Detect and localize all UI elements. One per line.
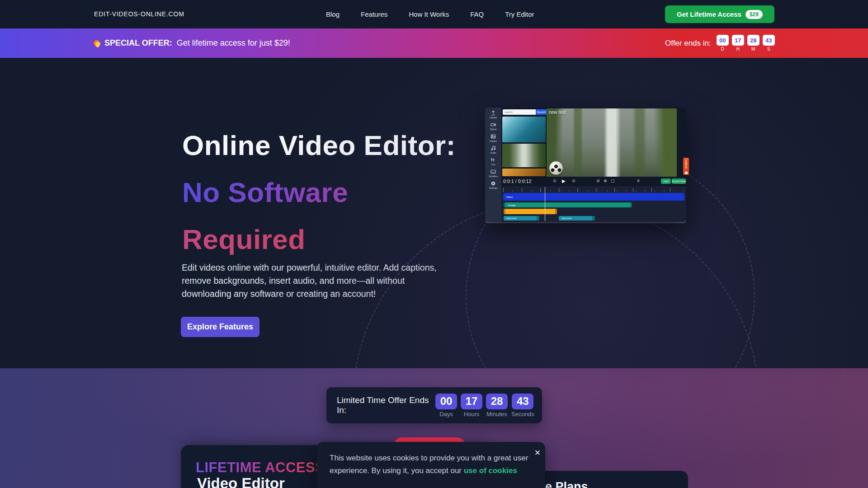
card-seconds-value: 43 — [512, 394, 533, 409]
hero-description: Edit videos online with our powerful, in… — [182, 261, 448, 300]
card-seconds-unit: Seconds — [511, 411, 534, 418]
card-countdown-days: 00 Days — [435, 394, 457, 418]
editor-sidebar: Upload Videos Images Audio Tt Text Subti… — [485, 108, 501, 222]
explore-features-button[interactable]: Explore Features — [181, 317, 259, 337]
audio-track[interactable] — [504, 209, 557, 214]
zoom-in-icon[interactable]: ⊕ — [604, 178, 607, 183]
nav-link-features[interactable]: Features — [361, 10, 387, 18]
countdown-card-label: Limited Time Offer Ends In: — [337, 395, 435, 415]
preview-ball-sticker[interactable] — [549, 161, 563, 175]
nav-link-try-editor[interactable]: Try Editor — [505, 10, 534, 18]
decor-circle-large — [353, 199, 760, 368]
play-icon[interactable]: ▶ — [562, 178, 566, 183]
hero-section: Online Video Editor: No Software Require… — [0, 58, 868, 368]
media-search-input[interactable] — [503, 109, 536, 115]
preview-canvas[interactable]: new text — [547, 108, 677, 177]
format-select-button[interactable]: mp4 — [661, 178, 671, 184]
video-track[interactable]: Video — [503, 193, 684, 201]
title-line-1: Online Video Editor: — [182, 122, 456, 169]
media-thumbnail-1[interactable] — [502, 117, 546, 142]
svg-text:Tt: Tt — [491, 158, 495, 162]
export-now-button[interactable]: Export Now — [672, 178, 686, 184]
countdown-card-cells: 00 Days 17 Hours 28 Minutes 43 Seconds — [435, 394, 534, 418]
countdown-days-unit: D — [721, 47, 724, 52]
zoom-out-icon[interactable]: ⊖ — [596, 178, 600, 183]
playhead[interactable] — [545, 187, 545, 221]
editor-tab-audio[interactable]: Audio — [491, 145, 496, 154]
fire-icon — [92, 38, 102, 48]
title-line-2: No Software — [182, 169, 456, 216]
use-of-cookies-link[interactable]: use of cookies — [464, 466, 517, 475]
text-clip-2[interactable]: new text — [559, 216, 595, 221]
offer-label: SPECIAL OFFER: — [104, 38, 172, 48]
site-logo[interactable]: EDIT-VIDEOS-ONLINE.COM — [94, 10, 184, 18]
nav-link-how-it-works[interactable]: How It Works — [409, 10, 449, 18]
countdown-seconds: 43 S — [763, 35, 775, 52]
cookie-consent-banner: This website uses cookies to provide you… — [317, 442, 545, 488]
feedback-tab[interactable]: Feedback — [683, 158, 689, 175]
timeline-ruler[interactable] — [503, 187, 684, 192]
countdown-hours-value: 17 — [732, 35, 744, 46]
media-search-button[interactable]: Search — [536, 109, 547, 115]
card-countdown-hours: 17 Hours — [461, 394, 482, 418]
text-icon: Tt — [491, 157, 496, 163]
editor-tab-upload[interactable]: Upload — [490, 110, 497, 119]
special-offer-banner: SPECIAL OFFER: Get lifetime access for j… — [0, 28, 868, 58]
countdown-minutes-value: 28 — [747, 35, 760, 46]
title-line-3: Required — [182, 216, 456, 263]
upload-icon — [491, 110, 496, 116]
step-forward-icon[interactable]: ⊙ — [572, 178, 576, 183]
subtitles-icon — [491, 169, 496, 174]
timeline: Video Image new text new text — [501, 186, 686, 222]
image-icon — [491, 134, 496, 139]
countdown-hours-unit: H — [736, 47, 740, 52]
countdown-seconds-value: 43 — [763, 35, 775, 46]
preview-text-overlay[interactable]: new text — [549, 110, 566, 115]
offer-message: Get lifetime access for just $29! — [177, 38, 290, 48]
navbar: EDIT-VIDEOS-ONLINE.COM Blog Features How… — [0, 0, 868, 28]
countdown-days-value: 00 — [717, 35, 729, 46]
offer-message-group: SPECIAL OFFER: Get lifetime access for j… — [94, 28, 290, 58]
card-countdown-minutes: 28 Minutes — [486, 394, 508, 418]
card-minutes-value: 28 — [486, 394, 508, 409]
pricing-plan-title: Video Editor — [197, 475, 285, 488]
music-note-icon — [491, 145, 496, 151]
video-camera-icon — [491, 122, 496, 127]
nav-link-blog[interactable]: Blog — [326, 10, 340, 18]
editor-tab-subtitles[interactable]: Subtitles — [489, 169, 497, 178]
card-days-unit: Days — [439, 411, 453, 418]
card-countdown-seconds: 43 Seconds — [511, 394, 534, 418]
image-track[interactable]: Image — [504, 202, 632, 207]
page-title: Online Video Editor: No Software Require… — [182, 122, 456, 263]
get-lifetime-access-button[interactable]: Get Lifetime Access $29 — [665, 5, 774, 23]
card-hours-unit: Hours — [464, 411, 480, 418]
delete-icon[interactable]: X — [637, 178, 640, 183]
media-thumbnail-2[interactable] — [502, 144, 546, 167]
editor-toolbar: 0:0:1 / 0:0:12 ⊙ ▶ ⊙ ⊖ ⊕ ▢ X mp4 Export … — [501, 178, 686, 186]
nav-link-faq[interactable]: FAQ — [470, 10, 484, 18]
cta-label: Get Lifetime Access — [677, 10, 741, 18]
fit-view-icon[interactable]: ▢ — [611, 178, 615, 183]
time-display: 0:0:1 / 0:0:12 — [503, 179, 532, 184]
media-thumbnail-3[interactable] — [502, 169, 546, 176]
editor-tab-text[interactable]: Tt Text — [491, 157, 496, 166]
lifetime-access-eyebrow: LIFETIME ACCESS — [196, 460, 325, 476]
limited-offer-countdown-card: Limited Time Offer Ends In: 00 Days 17 H… — [326, 387, 542, 423]
price-badge: $29 — [745, 10, 763, 19]
close-icon[interactable]: × — [532, 447, 543, 458]
card-hours-value: 17 — [461, 394, 482, 409]
offer-countdown-group: Offer ends in: 00 D 17 H 28 M 43 S — [665, 28, 775, 58]
countdown-hours: 17 H — [732, 35, 744, 52]
video-editor-mockup: Upload Videos Images Audio Tt Text Subti… — [485, 108, 686, 222]
card-days-value: 00 — [435, 394, 457, 409]
text-clip-1[interactable]: new text — [504, 216, 539, 221]
editor-tab-images[interactable]: Images — [490, 134, 497, 142]
gear-icon — [491, 181, 496, 186]
countdown-days: 00 D — [717, 35, 729, 52]
countdown-minutes: 28 M — [747, 35, 760, 52]
banner-countdown: 00 D 17 H 28 M 43 S — [717, 35, 775, 52]
editor-tab-settings[interactable]: Settings — [489, 181, 497, 189]
step-back-icon[interactable]: ⊙ — [553, 178, 557, 183]
card-minutes-unit: Minutes — [486, 411, 507, 418]
editor-tab-videos[interactable]: Videos — [490, 122, 496, 131]
